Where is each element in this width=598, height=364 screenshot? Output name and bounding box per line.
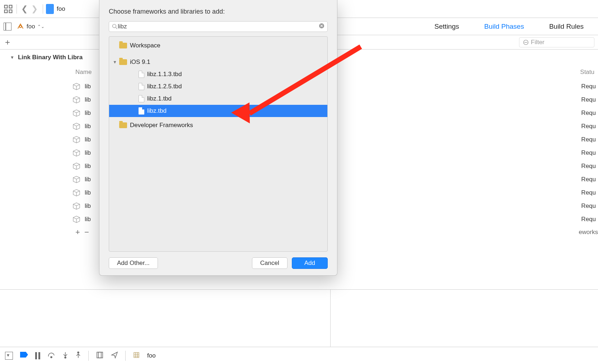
add-button[interactable]: Add <box>292 257 328 269</box>
step-over-icon[interactable] <box>47 351 55 360</box>
clear-search-icon[interactable] <box>319 23 324 30</box>
separator <box>17 4 17 14</box>
library-status[interactable]: Requ <box>581 176 596 183</box>
svg-rect-3 <box>9 10 12 13</box>
panel-toggle-icon[interactable] <box>4 23 11 31</box>
back-button[interactable]: ❮ <box>20 4 29 14</box>
library-name: lib <box>85 202 91 210</box>
frameworks-tree[interactable]: Workspace ▼ iOS 9.1 libz.1.1.3.tbd libz.… <box>109 36 328 252</box>
sheet-search-input[interactable] <box>118 23 319 30</box>
tab-settings[interactable]: Settings <box>434 23 459 31</box>
library-status[interactable]: Requ <box>581 123 596 130</box>
library-name: lib <box>85 136 91 143</box>
svg-rect-2 <box>5 10 8 13</box>
breakpoint-icon[interactable] <box>20 352 28 359</box>
framework-icon <box>72 149 81 157</box>
filter-icon <box>523 39 529 45</box>
location-icon[interactable] <box>111 351 118 360</box>
library-status[interactable]: Requ <box>581 83 596 90</box>
breadcrumb-project[interactable]: foo <box>57 5 65 13</box>
library-name: lib <box>85 83 91 90</box>
sheet-button-row: Add Other... Cancel Add <box>99 252 337 269</box>
sheet-search-field[interactable] <box>109 21 328 32</box>
add-library-button[interactable]: + − <box>75 226 89 239</box>
step-out-icon[interactable] <box>75 351 81 360</box>
svg-rect-1 <box>9 5 12 8</box>
framework-icon <box>72 202 81 210</box>
library-status[interactable]: Requ <box>581 216 596 223</box>
step-into-icon[interactable] <box>62 351 68 360</box>
framework-icon <box>72 136 81 144</box>
tree-item-label: libz.tbd <box>147 107 167 115</box>
svg-point-7 <box>65 357 66 358</box>
forward-button[interactable]: ❯ <box>30 4 39 14</box>
disclosure-triangle-icon[interactable]: ▼ <box>10 55 14 60</box>
console-area <box>0 289 598 347</box>
column-status: Statu <box>580 69 594 76</box>
separator <box>125 351 126 361</box>
framework-icon <box>72 215 81 223</box>
tree-folder-ios[interactable]: ▼ iOS 9.1 <box>109 56 327 68</box>
filter-input[interactable]: Filter <box>519 37 594 47</box>
tree-item[interactable]: libz.1.1.3.tbd <box>109 68 327 80</box>
project-icon <box>46 4 54 14</box>
library-name: lib <box>85 189 91 196</box>
console-split[interactable] <box>330 290 331 347</box>
library-status[interactable]: Requ <box>581 149 596 157</box>
debug-bar: foo <box>0 347 598 364</box>
tree-folder-devfw[interactable]: Developer Frameworks <box>109 119 327 131</box>
tree-label: Workspace <box>130 42 160 49</box>
library-status[interactable]: Requ <box>581 109 596 117</box>
tree-item[interactable]: libz.1.2.5.tbd <box>109 80 327 93</box>
library-name: lib <box>85 176 91 183</box>
target-name[interactable]: foo <box>27 23 35 30</box>
library-status[interactable]: Requ <box>581 163 596 170</box>
library-status[interactable]: Requ <box>581 96 596 103</box>
framework-icon <box>72 162 81 170</box>
tree-folder-workspace[interactable]: Workspace <box>109 39 327 52</box>
add-frameworks-sheet: Choose frameworks and libraries to add: … <box>99 0 337 276</box>
add-other-button[interactable]: Add Other... <box>109 257 158 269</box>
tree-item[interactable]: libz.1.tbd <box>109 93 327 105</box>
library-name: lib <box>85 123 91 130</box>
tree-item-label: libz.1.1.3.tbd <box>147 71 182 78</box>
library-name: lib <box>85 109 91 117</box>
disclosure-triangle-icon[interactable]: ▼ <box>113 60 116 65</box>
tab-build-phases[interactable]: Build Phases <box>484 23 524 31</box>
library-name: lib <box>85 216 91 223</box>
view-debugger-icon[interactable] <box>96 351 104 360</box>
chevron-updown-icon[interactable]: ⌃⌄ <box>37 24 45 29</box>
framework-icon <box>72 109 81 117</box>
svg-rect-0 <box>5 5 8 8</box>
target-icon <box>17 23 24 31</box>
library-name: lib <box>85 149 91 157</box>
library-status[interactable]: Requ <box>581 136 596 143</box>
phase-title: Link Binary With Libra <box>18 54 83 61</box>
separator <box>43 4 43 14</box>
framework-icon <box>72 176 81 183</box>
process-name[interactable]: foo <box>147 352 156 359</box>
library-name: lib <box>85 96 91 103</box>
file-icon <box>139 83 144 90</box>
related-items-icon[interactable] <box>4 4 13 14</box>
search-icon <box>112 24 118 29</box>
svg-point-12 <box>113 24 116 28</box>
pause-icon[interactable] <box>35 352 40 359</box>
framework-icon <box>72 189 81 197</box>
tree-item-selected[interactable]: libz.tbd <box>109 105 327 117</box>
add-phase-button[interactable]: + <box>5 37 10 47</box>
file-icon <box>139 71 144 78</box>
tab-build-rules[interactable]: Build Rules <box>549 23 584 31</box>
cancel-button[interactable]: Cancel <box>252 257 288 269</box>
svg-point-8 <box>78 352 79 353</box>
svg-rect-11 <box>134 353 139 358</box>
folder-icon <box>119 43 127 48</box>
library-status[interactable]: Requ <box>581 202 596 210</box>
library-status[interactable]: Requ <box>581 189 596 196</box>
svg-rect-10 <box>98 352 101 358</box>
debug-hide-icon[interactable] <box>5 352 13 360</box>
process-icon <box>133 351 140 360</box>
separator <box>88 351 89 361</box>
tree-item-label: libz.1.2.5.tbd <box>147 83 182 90</box>
svg-point-6 <box>51 356 52 358</box>
